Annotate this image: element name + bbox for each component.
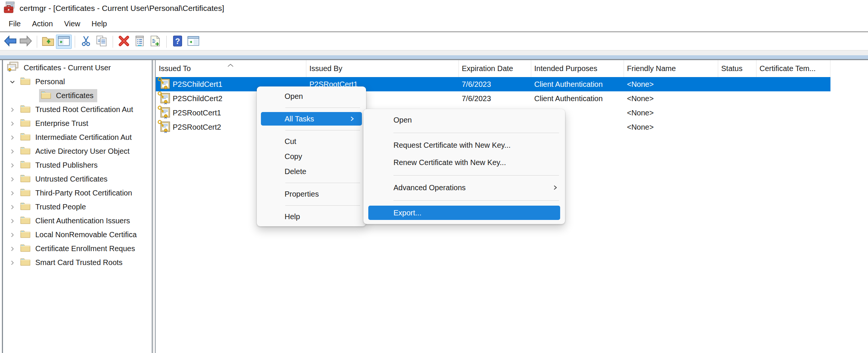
context-menu-item-all-tasks[interactable]: All Tasks	[261, 112, 362, 126]
delete-button[interactable]	[116, 35, 132, 49]
context-menu-item-cut[interactable]: Cut	[257, 134, 366, 149]
forward-arrow-icon	[20, 35, 32, 48]
folder-icon	[20, 188, 30, 198]
cell-expiration-date: 7/6/2023	[459, 91, 531, 106]
tree-item-label: Intermediate Certification Aut	[35, 133, 132, 142]
tree-item-client-authentication-issuers[interactable]: Client Authentication Issuers	[3, 214, 152, 228]
tree-item-local-nonremovable-certificates[interactable]: Local NonRemovable Certifica	[3, 228, 152, 242]
column-header-issued-by[interactable]: Issued By	[306, 60, 459, 77]
cell-certificate-template	[756, 106, 830, 120]
svg-text:?: ?	[175, 37, 180, 46]
folder-icon	[20, 132, 30, 142]
rebar-strip	[0, 51, 868, 55]
cell-issued-to: P2SChildCert2	[173, 94, 222, 103]
tree-item-trusted-publishers[interactable]: Trusted Publishers	[3, 158, 152, 172]
menu-separator	[363, 196, 565, 204]
tree-item-label: Client Authentication Issuers	[35, 217, 130, 225]
context-menu-item-delete[interactable]: Delete	[257, 164, 366, 179]
forward-button[interactable]	[18, 35, 34, 49]
chevron-right-icon[interactable]	[8, 218, 17, 224]
certmgr-window: { "window": { "title": "certmgr - [Certi…	[0, 0, 868, 353]
submenu-item-export[interactable]: Export...	[368, 206, 560, 220]
cell-certificate-template	[756, 91, 830, 106]
tree-item-certificate-enrollment-requests[interactable]: Certificate Enrollment Reques	[3, 242, 152, 256]
folder-icon	[20, 216, 30, 226]
tree-item-untrusted-certificates[interactable]: Untrusted Certificates	[3, 172, 152, 186]
folder-icon	[20, 174, 30, 184]
chevron-right-icon[interactable]	[8, 148, 17, 155]
submenu-item-renew-certificate-with-new-key[interactable]: Renew Certificate with New Key...	[363, 154, 565, 171]
pane-splitter[interactable]	[152, 60, 156, 353]
tree-item-trusted-root-certification-authorities[interactable]: Trusted Root Certification Aut	[3, 103, 152, 117]
menu-file[interactable]: File	[3, 17, 26, 30]
tree-item-enterprise-trust[interactable]: Enterprise Trust	[3, 117, 152, 130]
certificate-with-key-icon	[157, 120, 170, 134]
tree-item-trusted-people[interactable]: Trusted People	[3, 200, 152, 214]
cell-intended-purposes: Client Authentication	[531, 91, 624, 106]
export-list-icon	[149, 35, 161, 48]
export-list-button[interactable]	[148, 35, 163, 49]
cell-status	[718, 120, 756, 134]
folder-icon	[20, 105, 30, 115]
chevron-right-icon[interactable]	[8, 190, 17, 196]
tree-item-personal[interactable]: Personal	[3, 75, 152, 89]
cell-certificate-template	[756, 120, 830, 134]
chevron-right-icon[interactable]	[8, 121, 17, 127]
window-title: certmgr - [Certificates - Current User\P…	[20, 4, 224, 13]
chevron-right-icon[interactable]	[8, 232, 17, 238]
submenu-item-request-certificate-with-new-key[interactable]: Request Certificate with New Key...	[363, 136, 565, 154]
context-menu: Open All Tasks Cut Copy Delete Propertie…	[257, 86, 366, 226]
folder-icon	[20, 146, 30, 156]
tree-item-intermediate-certification-authorities[interactable]: Intermediate Certification Aut	[3, 130, 152, 144]
menu-action[interactable]: Action	[26, 17, 59, 30]
console-tree-pane: Certificates - Current User Personal C	[3, 60, 152, 353]
menu-separator	[257, 179, 366, 186]
help-button[interactable]: ?	[170, 35, 185, 49]
column-header-certificate-template[interactable]: Certificate Tem...	[756, 60, 830, 77]
column-header-expiration-date[interactable]: Expiration Date	[459, 60, 531, 77]
context-menu-item-properties[interactable]: Properties	[257, 186, 366, 201]
folder-up-icon	[42, 35, 54, 48]
chevron-right-icon[interactable]	[8, 260, 17, 266]
up-one-level-button[interactable]	[40, 35, 56, 49]
back-button[interactable]	[2, 35, 18, 49]
context-menu-item-help[interactable]: Help	[257, 209, 366, 224]
tree-item-label: Certificate Enrollment Reques	[35, 244, 135, 253]
tree-item-smart-card-trusted-roots[interactable]: Smart Card Trusted Roots	[3, 256, 152, 270]
chevron-right-icon[interactable]	[8, 204, 17, 210]
show-hide-action-pane-button[interactable]	[185, 35, 201, 49]
cell-friendly-name: <None>	[624, 91, 718, 106]
cell-status	[718, 91, 756, 106]
tree-item-active-directory-user-object[interactable]: Active Directory User Object	[3, 144, 152, 158]
menu-view[interactable]: View	[59, 17, 86, 30]
column-header-friendly-name[interactable]: Friendly Name	[624, 60, 718, 77]
context-menu-item-open[interactable]: Open	[257, 89, 366, 104]
tree-item-third-party-root-certification[interactable]: Third-Party Root Certification	[3, 186, 152, 200]
copy-button[interactable]	[94, 35, 110, 49]
toolbar: ?	[0, 33, 868, 50]
context-menu-item-copy[interactable]: Copy	[257, 149, 366, 164]
tree-item-label: Enterprise Trust	[35, 119, 88, 128]
submenu-item-advanced-operations[interactable]: Advanced Operations	[363, 179, 565, 196]
chevron-right-icon[interactable]	[8, 246, 17, 252]
chevron-right-icon[interactable]	[8, 135, 17, 141]
cut-button[interactable]	[78, 35, 94, 49]
properties-button[interactable]	[132, 35, 148, 49]
chevron-right-icon[interactable]	[8, 162, 17, 168]
tree-item-certificates-current-user[interactable]: Certificates - Current User	[3, 61, 152, 75]
console-tree-icon	[58, 36, 70, 48]
tree-item-label: Active Directory User Object	[35, 147, 130, 156]
folder-icon	[20, 230, 30, 240]
column-header-status[interactable]: Status	[718, 60, 756, 77]
tree-item-certificates[interactable]: Certificates	[3, 89, 152, 103]
chevron-down-icon[interactable]	[8, 79, 17, 85]
folder-icon	[20, 118, 30, 129]
menu-help[interactable]: Help	[86, 17, 113, 30]
copy-icon	[96, 35, 108, 48]
chevron-right-icon[interactable]	[8, 107, 17, 113]
show-hide-console-tree-button[interactable]	[56, 35, 72, 49]
column-header-intended-purposes[interactable]: Intended Purposes	[531, 60, 624, 77]
tree-item-label: Certificates - Current User	[24, 64, 111, 72]
submenu-item-open[interactable]: Open	[363, 111, 565, 129]
chevron-right-icon[interactable]	[8, 176, 17, 182]
